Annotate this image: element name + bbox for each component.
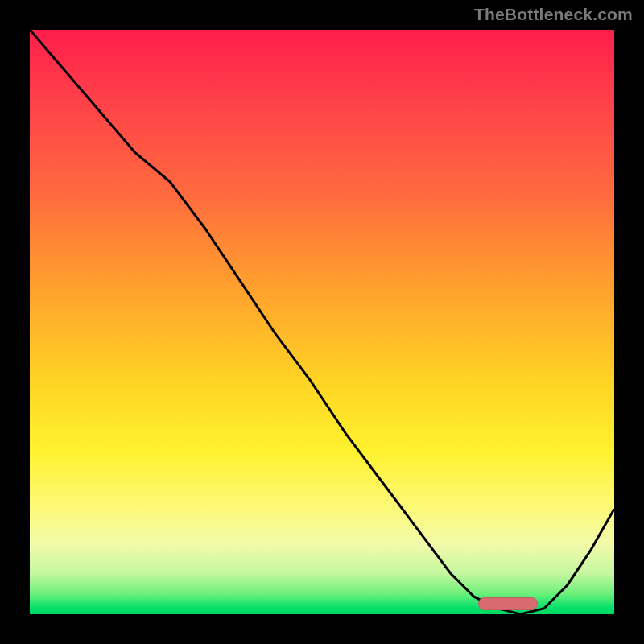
bottleneck-curve-path <box>30 30 614 614</box>
bottleneck-curve <box>30 30 614 614</box>
attribution-label: TheBottleneck.com <box>474 5 633 24</box>
optimal-range-marker <box>478 597 538 610</box>
chart-frame: TheBottleneck.com <box>0 0 644 644</box>
plot-area <box>30 30 614 614</box>
